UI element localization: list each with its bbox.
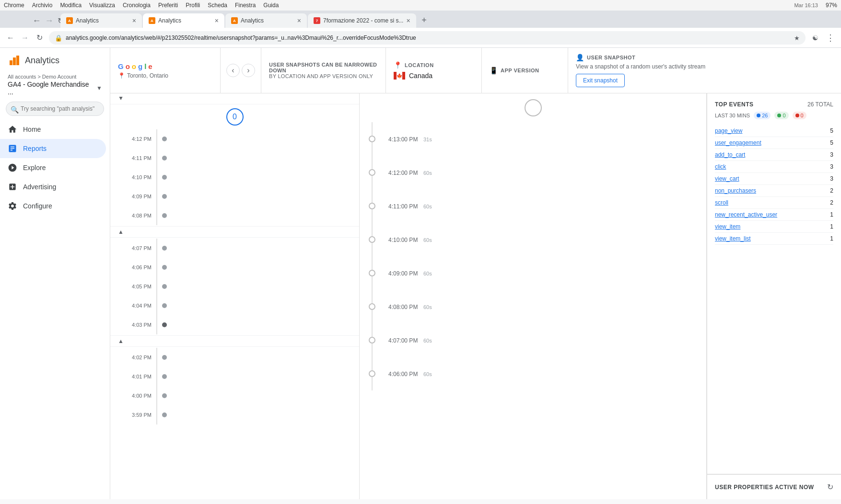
profili-menu[interactable]: Profili: [186, 2, 200, 9]
timeline-line: [156, 405, 157, 424]
mid-vline-bottom: [372, 344, 373, 357]
user-snapshot-card: 👤 USER SNAPSHOT View a snapshot of a ran…: [568, 48, 713, 93]
archivio-menu[interactable]: Archivio: [32, 2, 53, 9]
sidebar-item-advertising[interactable]: Advertising: [0, 177, 106, 196]
tab-4[interactable]: 7 7formazione 2022 - come si s... ×: [308, 13, 416, 28]
circle-red-icon: [795, 114, 799, 117]
sidebar-item-home[interactable]: Home: [0, 120, 106, 139]
forward-button[interactable]: →: [18, 31, 32, 45]
event-name-click[interactable]: click: [715, 163, 726, 170]
tab-3[interactable]: A Analytics ×: [225, 13, 307, 28]
mid-vline: [372, 256, 373, 270]
timeline-row-408pm: 4:08 PM: [110, 206, 359, 225]
back-btn[interactable]: ←: [31, 14, 43, 28]
event-row-add-to-cart: add_to_cart 3: [715, 149, 833, 161]
event-name-scroll[interactable]: scroll: [715, 199, 728, 206]
event-name-view-item[interactable]: view_item: [715, 223, 740, 230]
event-name-add-to-cart[interactable]: add_to_cart: [715, 151, 745, 158]
snapshot-nav-arrows: ‹ ›: [221, 48, 261, 93]
tab-1[interactable]: A Analytics ×: [60, 13, 142, 28]
sidebar: Analytics All accounts > Demo Account GA…: [0, 48, 110, 499]
forward-btn[interactable]: →: [43, 14, 56, 28]
event-name-page-view[interactable]: page_view: [715, 127, 742, 134]
modifica-menu[interactable]: Modifica: [60, 2, 82, 9]
section-2-collapse[interactable]: ▲: [110, 226, 359, 238]
star-icon[interactable]: ★: [794, 34, 800, 41]
event-count-add-to-cart: 3: [830, 151, 833, 158]
refresh-button[interactable]: ↻: [33, 31, 46, 45]
address-bar-input[interactable]: [49, 31, 806, 45]
reload-user-props-btn[interactable]: ↻: [827, 482, 833, 492]
mid-line-container: [367, 290, 377, 323]
mid-line-container: [367, 357, 377, 390]
section-3-collapse[interactable]: ▲: [110, 335, 359, 347]
mid-row-409: 4:09:00 PM 60s: [367, 256, 699, 290]
svg-text:🍁: 🍁: [397, 73, 403, 79]
tab-3-close[interactable]: ×: [297, 17, 301, 24]
scheda-menu[interactable]: Scheda: [208, 2, 227, 9]
extensions-button[interactable]: ☯: [808, 31, 822, 45]
timeline-row-400pm: 4:00 PM: [110, 386, 359, 405]
more-options-button[interactable]: ⋮: [824, 31, 837, 45]
time-label: 4:09 PM: [118, 194, 152, 199]
timeline-row-406pm: 4:06 PM: [110, 258, 359, 277]
exit-snapshot-btn[interactable]: Exit snapshot: [576, 74, 625, 87]
google-o1: o: [126, 62, 130, 70]
timeline-row-359pm: 3:59 PM: [110, 405, 359, 424]
visualizza-menu[interactable]: Visualizza: [89, 2, 115, 9]
mid-vline: [372, 357, 373, 370]
sidebar-item-explore[interactable]: Explore: [0, 158, 106, 177]
timeline-row-405pm: 4:05 PM: [110, 277, 359, 296]
timeline-row-411pm: 4:11 PM: [110, 149, 359, 168]
mid-row-408: 4:08:00 PM 60s: [367, 290, 699, 323]
sidebar-item-configure-label: Configure: [23, 202, 52, 210]
sidebar-search-input[interactable]: [6, 102, 104, 116]
event-name-new-recent[interactable]: new_recent_active_user: [715, 211, 777, 218]
event-name-view-item-list[interactable]: view_item_list: [715, 235, 751, 242]
chrome-menu-item[interactable]: Chrome: [4, 2, 24, 9]
sidebar-item-configure[interactable]: Configure: [0, 196, 106, 216]
tab-1-close[interactable]: ×: [132, 17, 136, 24]
last-30-label: LAST 30 MINS: [715, 113, 750, 118]
sidebar-item-reports[interactable]: Reports: [0, 139, 106, 158]
back-button[interactable]: ←: [4, 31, 17, 45]
time-label: 4:10 PM: [118, 174, 152, 180]
tab-2-close[interactable]: ×: [215, 17, 219, 24]
preferiti-menu[interactable]: Preferiti: [158, 2, 178, 9]
timeline-row-409pm: 4:09 PM: [110, 187, 359, 206]
mid-vline-bottom: [372, 276, 373, 290]
event-name-user-engagement[interactable]: user_engagement: [715, 139, 761, 146]
all-accounts-link[interactable]: All accounts > Demo Account: [8, 74, 102, 80]
time-label: 4:12 PM: [118, 136, 152, 142]
tab-4-close[interactable]: ×: [406, 17, 410, 24]
finestra-menu[interactable]: Finestra: [235, 2, 256, 9]
event-name-non-purchasers[interactable]: non_purchasers: [715, 187, 756, 194]
mid-vline: [372, 122, 373, 136]
top-events-section: TOP EVENTS 26 TOTAL LAST 30 MINS 26 0: [707, 93, 841, 474]
total-count: 26 TOTAL: [807, 101, 833, 108]
next-snapshot-btn[interactable]: ›: [242, 64, 255, 77]
location-pin-icon: 📍: [118, 72, 125, 79]
advertising-icon: [8, 182, 17, 192]
event-count-view-item-list: 1: [830, 235, 833, 242]
time-label: 4:11 PM: [118, 155, 152, 161]
timeline-dot: [162, 355, 167, 360]
mid-vline-bottom: [372, 377, 373, 390]
lock-icon: 🔒: [55, 34, 62, 41]
mid-time-label: 4:07:00 PM 60s: [388, 337, 432, 344]
tab-2[interactable]: A Analytics ×: [143, 13, 224, 28]
new-tab-btn[interactable]: +: [417, 13, 432, 27]
middle-timeline: 4:13:00 PM 31s 4:12:00 PM 60s: [360, 93, 707, 499]
event-name-view-cart[interactable]: view_cart: [715, 175, 739, 182]
section-1-collapse[interactable]: ▲: [110, 93, 359, 104]
property-selector[interactable]: GA4 - Google Merchandise ... ▼: [8, 80, 102, 96]
event-row-new-recent: new_recent_active_user 1: [715, 209, 833, 221]
timeline-row-402pm: 4:02 PM: [110, 348, 359, 367]
app-version-title: APP VERSION: [501, 68, 539, 73]
badge-blue: 26: [754, 112, 771, 119]
mid-vline-bottom: [372, 243, 373, 256]
mid-row-413: 4:13:00 PM 31s: [367, 122, 699, 156]
guida-menu[interactable]: Guida: [263, 2, 279, 9]
prev-snapshot-btn[interactable]: ‹: [226, 64, 240, 77]
cronologia-menu[interactable]: Cronologia: [123, 2, 151, 9]
